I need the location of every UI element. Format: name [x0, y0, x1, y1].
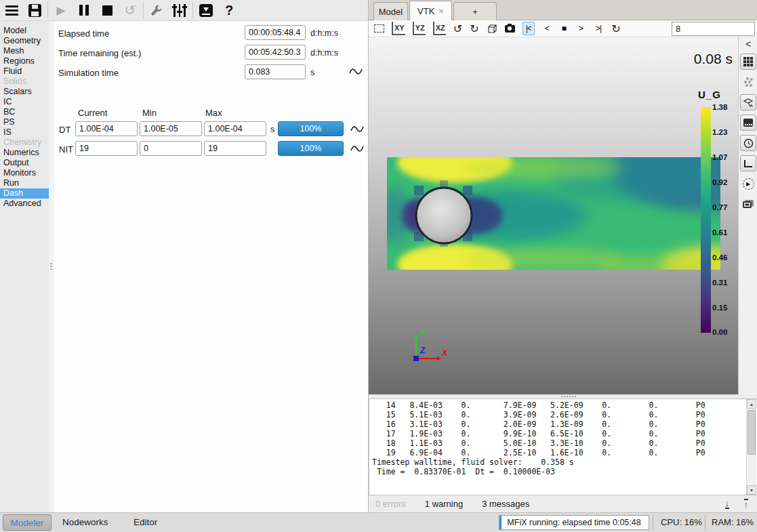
stop-button[interactable]: [96, 1, 119, 20]
frame-index-field[interactable]: 8: [672, 22, 755, 36]
tab-close-icon[interactable]: ×: [438, 6, 444, 16]
nit-min-field[interactable]: 0: [140, 141, 202, 156]
reset-button[interactable]: ↺: [119, 1, 142, 20]
sidebar-item-advanced[interactable]: Advanced: [0, 199, 49, 209]
sidebar-item-monitors[interactable]: Monitors: [0, 168, 49, 178]
sidebar-item-ps[interactable]: PS: [0, 117, 49, 127]
sidebar-item-chemistry: Chemistry: [0, 138, 49, 148]
statusbar-separator: [653, 515, 653, 530]
save-button[interactable]: [23, 1, 46, 20]
main-toolbar: ▶ ↺ ?: [0, 0, 368, 21]
mode-modeler-button[interactable]: Modeler: [3, 514, 52, 531]
menu-button[interactable]: [0, 1, 23, 20]
scroll-down-button[interactable]: ▼: [747, 485, 756, 495]
fit-view-icon: [374, 24, 384, 33]
plot-simulation-time-button[interactable]: [348, 66, 363, 76]
sidebar-item-numerics[interactable]: Numerics: [0, 148, 49, 158]
mfix-window: ▶ ↺ ? Model Geometry Mesh Regions Fluid …: [0, 0, 757, 532]
console-line: 18 1.1E-03 0. 5.0E-10 3.3E-10 0. 0. P0: [372, 438, 757, 448]
sidebar-item-geometry[interactable]: Geometry: [0, 36, 49, 46]
playback-settings-button[interactable]: ▶: [740, 176, 756, 192]
vtk-toolbar: XY YZ XZ ↺ ↻ |< < ■ > >| ↻ 8: [369, 20, 757, 37]
sidebar-item-fluid[interactable]: Fluid: [0, 66, 49, 77]
sidebar-item-mesh[interactable]: Mesh: [0, 46, 49, 56]
tab-model[interactable]: Model: [373, 2, 408, 20]
scene-time-label: 0.08 s: [694, 51, 733, 67]
scroll-to-bottom-button[interactable]: ↓: [725, 499, 730, 509]
tab-vtk-label: VTK: [417, 6, 434, 16]
simulation-time-field[interactable]: 0.083: [245, 64, 306, 79]
scrollbar-handle[interactable]: [748, 410, 756, 455]
dt-max-field[interactable]: 1.00E-04: [204, 121, 266, 136]
mode-editor-button[interactable]: Editor: [134, 517, 157, 527]
sidebar-item-is[interactable]: IS: [0, 127, 49, 138]
axis-y-label: Y: [420, 328, 426, 337]
messages-count[interactable]: 3 messages: [482, 499, 529, 509]
plot-nit-button[interactable]: [350, 144, 365, 153]
camera-views-button[interactable]: [740, 196, 756, 212]
build-button[interactable]: [145, 1, 168, 20]
view-xz-button[interactable]: XZ: [433, 22, 446, 35]
previous-frame-button[interactable]: <: [542, 22, 552, 35]
errors-count[interactable]: 0 errors: [375, 499, 406, 509]
geometry-toggle-button[interactable]: [740, 94, 756, 110]
dt-current-field[interactable]: 1.00E-04: [75, 121, 138, 136]
perspective-button[interactable]: [487, 22, 497, 35]
dt-row-label: DT: [59, 125, 70, 135]
colorbar-tick: 1.38: [712, 103, 738, 112]
sidebar-item-scalars[interactable]: Scalars: [0, 87, 49, 97]
sidebar-item-model[interactable]: Model: [0, 26, 49, 36]
time-remaining-field[interactable]: 00:05:42:50.3: [245, 45, 306, 60]
pause-button[interactable]: [73, 1, 96, 20]
help-button[interactable]: ?: [218, 1, 241, 20]
elapsed-time-field[interactable]: 00:00:05:48.4: [245, 25, 306, 40]
tab-vtk[interactable]: VTK ×: [409, 1, 452, 20]
rotate-left-button[interactable]: ↺: [453, 22, 462, 35]
geometry-icon: [743, 97, 754, 108]
colorbar-tick: 0.15: [712, 304, 738, 313]
run-button[interactable]: ▶: [49, 1, 73, 20]
console-line: Time = 0.83370E-01 Dt = 0.10000E-03: [372, 467, 757, 476]
snapshot-button[interactable]: [505, 22, 515, 35]
sidebar-splitter[interactable]: [49, 21, 54, 512]
first-frame-button[interactable]: |<: [523, 22, 535, 35]
table-header-current: Current: [78, 108, 107, 118]
view-yz-button[interactable]: YZ: [413, 22, 426, 35]
run-status-field: MFiX running: elapsed time 0:05:48: [499, 515, 649, 530]
scroll-to-top-button[interactable]: ↑: [744, 499, 749, 509]
toolbar-separator: [47, 2, 48, 18]
warnings-count[interactable]: 1 warning: [425, 499, 463, 509]
last-frame-button[interactable]: >|: [593, 22, 604, 35]
sidebar-item-ic[interactable]: IC: [0, 97, 49, 107]
download-box-icon: [199, 4, 213, 17]
view-xy-button[interactable]: XY: [392, 22, 405, 35]
export-button[interactable]: [195, 1, 218, 20]
collapse-panel-button[interactable]: <: [745, 40, 751, 49]
sidebar-item-bc[interactable]: BC: [0, 107, 49, 117]
rotate-right-button[interactable]: ↻: [470, 22, 478, 35]
vtk-scene[interactable]: 0.08 s: [369, 37, 738, 394]
dt-min-field[interactable]: 1.00E-05: [140, 121, 202, 136]
nit-max-field[interactable]: 19: [204, 141, 266, 156]
time-display-button[interactable]: [740, 135, 756, 151]
scroll-up-button[interactable]: ▲: [747, 399, 756, 409]
refresh-button[interactable]: ↻: [611, 22, 620, 35]
sidebar-item-regions[interactable]: Regions: [0, 56, 49, 66]
cells-toggle-button[interactable]: [740, 54, 756, 70]
tab-new[interactable]: +: [453, 2, 497, 20]
axes-toggle-button[interactable]: [740, 155, 756, 171]
nit-current-field[interactable]: 19: [75, 141, 138, 156]
mode-nodeworks-button[interactable]: Nodeworks: [62, 517, 108, 527]
settings-button[interactable]: [168, 1, 191, 20]
plot-dt-button[interactable]: [350, 124, 365, 134]
next-frame-button[interactable]: >: [576, 22, 586, 35]
points-style-button[interactable]: [740, 115, 756, 131]
reset-view-button[interactable]: [374, 22, 384, 35]
sidebar-item-dash[interactable]: Dash: [0, 188, 49, 199]
sidebar-item-run[interactable]: Run: [0, 178, 49, 188]
stop-playback-button[interactable]: ■: [559, 22, 569, 35]
sidebar-item-output[interactable]: Output: [0, 158, 49, 168]
console-scrollbar[interactable]: ▲ ▼: [746, 399, 756, 495]
solver-console[interactable]: 14 8.4E-03 0. 7.9E-09 5.2E-09 0. 0. P0 1…: [369, 398, 757, 495]
play-icon: ▶: [56, 3, 65, 18]
